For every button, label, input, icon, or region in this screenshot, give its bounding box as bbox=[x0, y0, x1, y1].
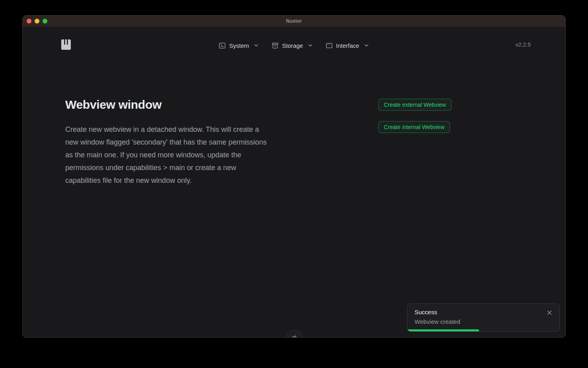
terminal-icon bbox=[218, 42, 226, 49]
page-title: Webview window bbox=[65, 98, 162, 112]
nav-menu-label: System bbox=[229, 42, 249, 49]
toast-message: Webview created bbox=[415, 318, 460, 325]
titlebar: Nuxtor bbox=[23, 16, 565, 27]
nav-menu-interface[interactable]: Interface bbox=[325, 42, 370, 49]
nav-menu-system[interactable]: System bbox=[218, 42, 259, 49]
create-internal-webview-button[interactable]: Create internal Webview bbox=[378, 121, 450, 133]
create-external-webview-button[interactable]: Create external Webview bbox=[378, 99, 452, 111]
chevron-down-icon bbox=[253, 42, 259, 49]
toast-title: Success bbox=[415, 309, 437, 315]
nav-menu-storage[interactable]: Storage bbox=[271, 42, 313, 49]
main-nav: System Storage bbox=[23, 39, 565, 51]
toast-progress bbox=[407, 329, 479, 331]
app-window-icon bbox=[325, 42, 333, 49]
nav-menu-label: Storage bbox=[282, 42, 303, 49]
toast-notification: Success Webview created bbox=[407, 303, 560, 332]
app-window: Nuxtor System bbox=[22, 15, 566, 338]
nav-menu-label: Interface bbox=[336, 42, 359, 49]
chevron-down-icon bbox=[363, 42, 370, 49]
webview-actions: Create external Webview Create internal … bbox=[378, 99, 452, 133]
page-description: Create new webview in a detached window.… bbox=[65, 123, 271, 187]
window-title: Nuxtor bbox=[23, 18, 565, 24]
nuxt-logo-icon bbox=[290, 333, 299, 338]
archive-icon bbox=[271, 42, 279, 49]
chevron-down-icon bbox=[307, 42, 313, 49]
app-version: v2.2.5 bbox=[516, 41, 531, 48]
bottom-badge[interactable] bbox=[285, 330, 304, 338]
close-icon[interactable] bbox=[546, 309, 553, 316]
